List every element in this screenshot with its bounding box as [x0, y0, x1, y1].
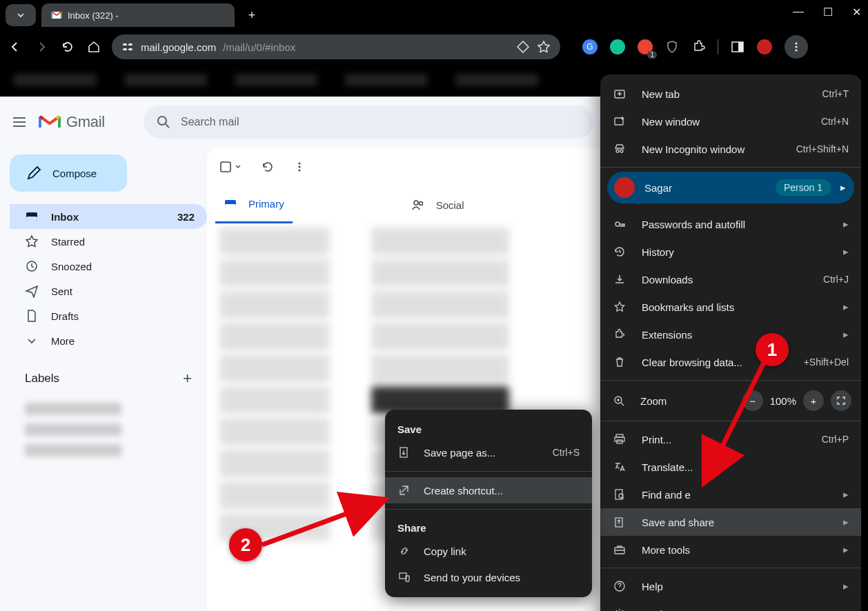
menu-settings[interactable]: Settings — [600, 600, 861, 611]
annotation-1: 1 — [756, 333, 789, 366]
svg-point-19 — [414, 201, 418, 205]
nav-back-button[interactable] — [7, 40, 23, 54]
new-window-icon — [613, 115, 627, 128]
lens-icon[interactable] — [516, 40, 530, 54]
window-minimize-button[interactable]: — — [793, 6, 804, 19]
tab-search-dropdown[interactable] — [6, 4, 36, 26]
site-settings-icon[interactable] — [121, 41, 134, 53]
svg-point-25 — [615, 222, 620, 226]
submenu-create-shortcut[interactable]: Create shortcut... — [385, 477, 592, 503]
sidebar-item-drafts[interactable]: Drafts — [10, 303, 207, 328]
svg-rect-2 — [123, 48, 127, 50]
shortcut-text: Ctrl+N — [821, 116, 849, 127]
svg-rect-3 — [128, 48, 132, 50]
sidebar-item-more[interactable]: More — [10, 328, 207, 353]
fullscreen-button[interactable] — [831, 390, 851, 411]
extension-shield-icon[interactable] — [665, 40, 679, 54]
extension-google-translate-icon[interactable]: G — [582, 39, 598, 54]
sidebar-item-sent[interactable]: Sent — [10, 279, 207, 303]
menu-more-tools[interactable]: More tools ▸ — [600, 536, 861, 563]
label-item[interactable] — [25, 423, 121, 436]
select-all-checkbox[interactable] — [219, 161, 241, 173]
submenu-copy-link[interactable]: Copy link — [385, 538, 592, 564]
svg-rect-13 — [221, 162, 230, 172]
menu-new-tab[interactable]: New tab Ctrl+T — [600, 80, 861, 108]
menu-clear-data[interactable]: Clear browsing data... +Shift+Del — [600, 348, 861, 376]
menu-extensions[interactable]: Extensions ▸ — [600, 321, 861, 348]
labels-heading: Labels — [25, 372, 59, 385]
nav-reload-button[interactable] — [59, 40, 76, 54]
menu-profile-row[interactable]: Sagar Person 1 ▸ — [607, 172, 854, 203]
refresh-button[interactable] — [261, 160, 275, 174]
inbox-count: 322 — [177, 211, 195, 223]
main-menu-icon[interactable] — [11, 114, 28, 130]
shortcut-text: Ctrl+Shift+N — [796, 143, 849, 154]
extension-grammarly-icon[interactable] — [610, 39, 625, 54]
tab-primary[interactable]: Primary — [215, 186, 293, 223]
sidebar-item-starred[interactable]: Starred — [10, 229, 207, 254]
shortcut-icon — [397, 484, 411, 497]
label-item[interactable] — [25, 403, 121, 415]
submenu-send-devices-label: Send to your devices — [424, 572, 580, 583]
chevron-right-icon: ▸ — [840, 181, 846, 194]
zoom-in-button[interactable]: + — [803, 390, 824, 411]
menu-translate[interactable]: Translate... — [600, 453, 861, 481]
extension-red-icon[interactable]: 1 — [638, 39, 653, 54]
print-icon — [613, 433, 627, 445]
gear-icon — [613, 608, 627, 611]
download-icon — [613, 273, 627, 286]
menu-help[interactable]: Help ▸ — [600, 572, 861, 600]
bookmark-star-icon[interactable] — [537, 40, 551, 54]
bookmark-item[interactable] — [345, 74, 428, 86]
svg-point-9 — [158, 117, 166, 125]
window-close-button[interactable]: ✕ — [852, 6, 861, 19]
chrome-menu-button[interactable] — [785, 35, 808, 59]
svg-point-8 — [795, 49, 797, 51]
submenu-send-devices[interactable]: Send to your devices — [385, 564, 592, 590]
tab-social[interactable]: Social — [403, 186, 473, 223]
svg-point-7 — [795, 46, 797, 48]
new-tab-button[interactable]: + — [241, 5, 262, 26]
svg-point-16 — [299, 170, 301, 172]
menu-print[interactable]: Print... Ctrl+P — [600, 425, 861, 453]
bookmark-item[interactable] — [14, 74, 97, 86]
menu-translate-label: Translate... — [642, 461, 849, 473]
menu-new-incognito[interactable]: New Incognito window Ctrl+Shift+N — [600, 135, 861, 163]
browser-tab-active[interactable]: Inbox (322) - — [41, 3, 235, 27]
side-panel-icon[interactable] — [731, 40, 744, 54]
add-label-button[interactable]: + — [183, 370, 192, 388]
svg-rect-11 — [26, 217, 37, 221]
toolbox-icon — [613, 543, 627, 556]
sent-label: Sent — [51, 286, 72, 297]
sidebar-item-snoozed[interactable]: Snoozed — [10, 254, 207, 279]
menu-find[interactable]: Find and e ▸ — [600, 481, 861, 508]
bookmark-item[interactable] — [124, 74, 207, 86]
menu-history[interactable]: History ▸ — [600, 238, 861, 266]
bookmark-item[interactable] — [235, 74, 317, 86]
submenu-separator — [385, 471, 592, 472]
menu-new-window[interactable]: New window Ctrl+N — [600, 108, 861, 135]
extensions-puzzle-icon[interactable] — [691, 40, 705, 54]
zoom-out-button[interactable]: − — [742, 390, 763, 411]
address-bar[interactable]: mail.google.com/mail/u/0/#inbox — [112, 34, 560, 59]
more-options-button[interactable] — [294, 161, 305, 172]
nav-forward-button[interactable] — [33, 40, 50, 54]
submenu-save-page[interactable]: Save page as... Ctrl+S — [385, 439, 592, 465]
gmail-logo[interactable]: Gmail — [39, 113, 105, 131]
url-host: mail.google.com — [141, 41, 216, 53]
search-input[interactable]: Search mail — [144, 106, 593, 139]
menu-save-share[interactable]: Save and share ▸ — [600, 508, 861, 536]
profile-avatar-button[interactable] — [757, 39, 772, 54]
drafts-label: Drafts — [51, 310, 79, 322]
label-item[interactable] — [25, 444, 121, 457]
window-maximize-button[interactable]: ☐ — [823, 6, 833, 19]
nav-home-button[interactable] — [86, 40, 102, 54]
menu-downloads[interactable]: Downloads Ctrl+J — [600, 266, 861, 293]
svg-rect-18 — [225, 204, 236, 208]
compose-button[interactable]: Compose — [10, 154, 127, 192]
chevron-right-icon: ▸ — [843, 580, 849, 592]
sidebar-item-inbox[interactable]: Inbox 322 — [10, 204, 207, 229]
menu-bookmarks[interactable]: Bookmarks and lists ▸ — [600, 293, 861, 321]
menu-passwords[interactable]: Passwords and autofill ▸ — [600, 210, 861, 238]
bookmark-item[interactable] — [455, 74, 538, 86]
